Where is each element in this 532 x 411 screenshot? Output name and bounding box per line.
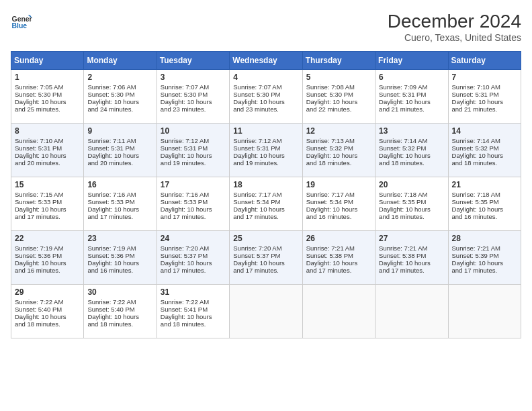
day-info-line: Sunset: 5:30 PM: [161, 91, 226, 98]
day-number: 18: [233, 180, 298, 189]
day-info-line: Daylight: 10 hours: [233, 205, 298, 213]
day-number: 17: [161, 180, 226, 189]
calendar-cell: 1Sunrise: 7:05 AMSunset: 5:30 PMDaylight…: [11, 70, 84, 124]
day-info-line: Daylight: 10 hours: [87, 98, 152, 105]
day-number: 6: [379, 73, 444, 82]
day-info-line: Sunrise: 7:13 AM: [306, 137, 371, 144]
day-info-line: Sunset: 5:32 PM: [306, 144, 371, 152]
calendar-cell: 28Sunrise: 7:21 AMSunset: 5:39 PMDayligh…: [448, 231, 521, 285]
day-info-line: and 17 minutes.: [306, 267, 371, 274]
calendar-cell: 26Sunrise: 7:21 AMSunset: 5:38 PMDayligh…: [302, 231, 375, 285]
day-info-line: Sunset: 5:30 PM: [306, 91, 371, 98]
day-info-line: Sunrise: 7:12 AM: [233, 137, 298, 144]
day-info-line: Daylight: 10 hours: [87, 259, 152, 267]
day-info-line: and 17 minutes.: [233, 213, 298, 220]
day-info-line: Daylight: 10 hours: [452, 98, 517, 105]
day-info-line: Sunset: 5:31 PM: [161, 144, 226, 152]
calendar-cell: 13Sunrise: 7:14 AMSunset: 5:32 PMDayligh…: [375, 124, 448, 177]
calendar-cell: 25Sunrise: 7:20 AMSunset: 5:37 PMDayligh…: [230, 231, 302, 285]
day-info-line: and 23 minutes.: [233, 105, 298, 113]
day-info-line: and 18 minutes.: [452, 159, 517, 167]
day-info-line: Sunrise: 7:16 AM: [87, 191, 152, 198]
day-info-line: Daylight: 10 hours: [452, 205, 517, 213]
day-info-line: Sunset: 5:35 PM: [452, 198, 517, 205]
column-header-tuesday: Tuesday: [157, 52, 229, 70]
day-info-line: and 18 minutes.: [15, 320, 80, 328]
calendar-cell: 29Sunrise: 7:22 AMSunset: 5:40 PMDayligh…: [11, 285, 84, 338]
day-info-line: Sunrise: 7:22 AM: [15, 298, 80, 306]
day-info-line: Sunset: 5:40 PM: [87, 306, 152, 313]
day-info-line: and 19 minutes.: [161, 159, 226, 167]
day-info-line: and 17 minutes.: [452, 267, 517, 274]
day-info-line: Sunset: 5:31 PM: [452, 91, 517, 98]
day-number: 3: [161, 73, 226, 82]
day-info-line: Sunset: 5:37 PM: [161, 252, 226, 259]
day-info-line: and 18 minutes.: [87, 320, 152, 328]
day-info-line: Sunset: 5:33 PM: [87, 198, 152, 205]
calendar-week-row: 1Sunrise: 7:05 AMSunset: 5:30 PMDaylight…: [11, 70, 521, 124]
day-number: 1: [15, 73, 80, 82]
day-info-line: Daylight: 10 hours: [161, 259, 226, 267]
day-info-line: Daylight: 10 hours: [452, 152, 517, 159]
day-info-line: Sunset: 5:30 PM: [87, 91, 152, 98]
calendar-cell: 20Sunrise: 7:18 AMSunset: 5:35 PMDayligh…: [375, 177, 448, 231]
day-number: 9: [87, 126, 152, 136]
calendar-cell: 4Sunrise: 7:07 AMSunset: 5:30 PMDaylight…: [230, 70, 302, 124]
calendar-cell: 21Sunrise: 7:18 AMSunset: 5:35 PMDayligh…: [448, 177, 521, 231]
logo: General Blue: [11, 11, 32, 32]
day-info-line: and 24 minutes.: [87, 105, 152, 113]
day-info-line: Sunset: 5:36 PM: [87, 252, 152, 259]
day-info-line: Sunrise: 7:14 AM: [452, 137, 517, 144]
day-info-line: Daylight: 10 hours: [379, 259, 444, 267]
day-number: 23: [87, 234, 152, 243]
day-info-line: Sunrise: 7:19 AM: [15, 244, 80, 252]
day-info-line: and 20 minutes.: [87, 159, 152, 167]
day-info-line: Sunset: 5:39 PM: [452, 252, 517, 259]
location-subtitle: Cuero, Texas, United States: [388, 32, 521, 43]
day-info-line: Sunset: 5:36 PM: [15, 252, 80, 259]
calendar-cell: 22Sunrise: 7:19 AMSunset: 5:36 PMDayligh…: [11, 231, 84, 285]
day-info-line: and 21 minutes.: [379, 105, 444, 113]
day-info-line: Sunset: 5:34 PM: [233, 198, 298, 205]
day-number: 4: [233, 73, 298, 82]
day-number: 2: [87, 73, 152, 82]
column-header-friday: Friday: [375, 52, 448, 70]
day-info-line: Daylight: 10 hours: [15, 313, 80, 320]
calendar-cell: 8Sunrise: 7:10 AMSunset: 5:31 PMDaylight…: [11, 124, 84, 177]
day-info-line: Daylight: 10 hours: [161, 205, 226, 213]
calendar-week-row: 29Sunrise: 7:22 AMSunset: 5:40 PMDayligh…: [11, 285, 521, 338]
calendar-cell: 12Sunrise: 7:13 AMSunset: 5:32 PMDayligh…: [302, 124, 375, 177]
day-info-line: Sunset: 5:38 PM: [306, 252, 371, 259]
day-info-line: Sunrise: 7:05 AM: [15, 83, 80, 91]
day-number: 30: [87, 287, 152, 297]
month-title: December 2024: [388, 11, 521, 32]
calendar-cell: [230, 285, 302, 338]
day-info-line: and 18 minutes.: [161, 320, 226, 328]
day-info-line: Sunrise: 7:12 AM: [161, 137, 226, 144]
day-info-line: Sunset: 5:32 PM: [452, 144, 517, 152]
day-info-line: Sunset: 5:30 PM: [233, 91, 298, 98]
day-info-line: Sunset: 5:35 PM: [379, 198, 444, 205]
calendar-header-row: SundayMondayTuesdayWednesdayThursdayFrid…: [11, 52, 521, 70]
calendar-cell: 6Sunrise: 7:09 AMSunset: 5:31 PMDaylight…: [375, 70, 448, 124]
day-info-line: Sunrise: 7:18 AM: [452, 191, 517, 198]
day-info-line: and 16 minutes.: [87, 267, 152, 274]
day-info-line: Daylight: 10 hours: [306, 259, 371, 267]
day-number: 25: [233, 234, 298, 243]
day-info-line: Sunrise: 7:21 AM: [452, 244, 517, 252]
day-info-line: Sunrise: 7:14 AM: [379, 137, 444, 144]
day-info-line: Sunrise: 7:11 AM: [87, 137, 152, 144]
day-info-line: Daylight: 10 hours: [379, 98, 444, 105]
column-header-sunday: Sunday: [11, 52, 84, 70]
day-info-line: Sunset: 5:31 PM: [15, 144, 80, 152]
day-info-line: and 17 minutes.: [233, 267, 298, 274]
day-info-line: Sunset: 5:34 PM: [306, 198, 371, 205]
day-info-line: and 17 minutes.: [379, 267, 444, 274]
day-number: 12: [306, 126, 371, 136]
day-info-line: Sunset: 5:31 PM: [233, 144, 298, 152]
day-info-line: Sunrise: 7:10 AM: [452, 83, 517, 91]
day-info-line: Sunset: 5:38 PM: [379, 252, 444, 259]
day-info-line: Sunrise: 7:09 AM: [379, 83, 444, 91]
calendar-cell: 7Sunrise: 7:10 AMSunset: 5:31 PMDaylight…: [448, 70, 521, 124]
day-info-line: and 17 minutes.: [161, 213, 226, 220]
